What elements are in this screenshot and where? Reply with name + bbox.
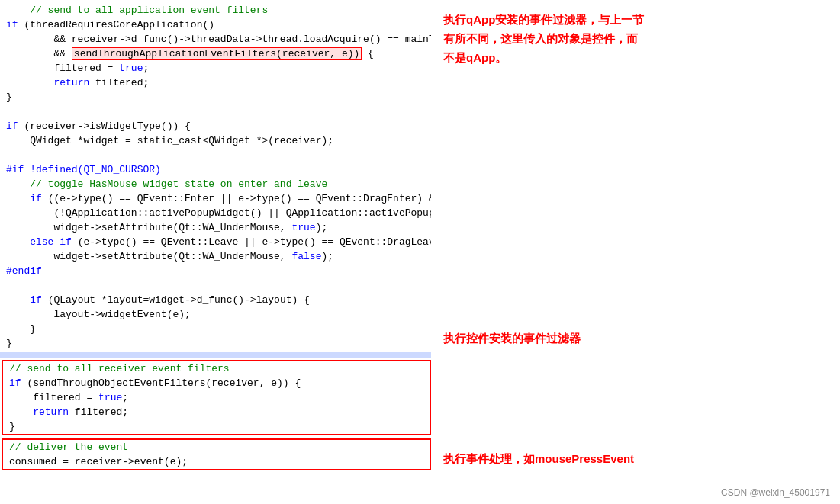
annotation-3-text: 执行事件处理，如mousePressEvent: [443, 452, 634, 465]
code-line-28: filtered = true;: [3, 390, 430, 405]
code-text: }: [9, 419, 15, 434]
code-line-33: consumed = receiver->event(e);: [3, 454, 430, 469]
code-line-18: widget->setAttribute(Qt::WA_UnderMouse, …: [0, 249, 435, 264]
code-line-32: // deliver the event: [3, 440, 430, 454]
code-text: // deliver the event: [9, 440, 128, 454]
code-text: }: [6, 322, 36, 336]
code-line-16: widget->setAttribute(Qt::WA_UnderMouse, …: [0, 220, 435, 235]
annotation-1: 执行qApp安装的事件过滤器，与上一节有所不同，这里传入的对象是控件，而不是qA…: [443, 11, 817, 67]
code-text: && receiver->d_func()->threadData->threa…: [6, 32, 435, 47]
event-filter-box: // send to all receiver event filters if…: [2, 360, 432, 435]
code-text: }: [6, 336, 12, 351]
code-text: // send to all receiver event filters: [9, 361, 230, 376]
code-text: // toggle HasMouse widget state on enter…: [6, 177, 327, 191]
code-text: if (receiver->isWidgetType()) {: [6, 119, 191, 133]
code-text: consumed = receiver->event(e);: [9, 454, 188, 469]
code-line-22: layout->widgetEvent(e);: [0, 307, 435, 322]
code-line-30: }: [3, 419, 430, 434]
code-text: return filtered;: [9, 405, 128, 419]
code-text: #endif: [6, 264, 42, 278]
code-line-29: return filtered;: [3, 405, 430, 419]
code-line-4: && sendThroughApplicationEventFilters(re…: [0, 47, 435, 61]
code-text: layout->widgetEvent(e);: [6, 307, 191, 322]
code-text: widget->setAttribute(Qt::WA_UnderMouse, …: [6, 220, 327, 235]
code-line-26: // send to all receiver event filters: [3, 361, 430, 376]
separator-bar: [0, 352, 435, 358]
code-text: QWidget *widget = static_cast<QWidget *>…: [6, 133, 333, 148]
code-line-24: }: [0, 336, 435, 351]
code-line-23: }: [0, 322, 435, 336]
code-line-12: #if !defined(QT_NO_CURSOR): [0, 162, 435, 177]
code-line-17: else if (e->type() == QEvent::Leave || e…: [0, 235, 435, 249]
code-text: if (QLayout *layout=widget->d_func()->la…: [6, 293, 310, 307]
code-line-3: && receiver->d_func()->threadData->threa…: [0, 32, 435, 47]
code-text: }: [6, 90, 12, 104]
code-line-21: if (QLayout *layout=widget->d_func()->la…: [0, 293, 435, 307]
code-line-14: if ((e->type() == QEvent::Enter || e->ty…: [0, 191, 435, 206]
code-line-6: return filtered;: [0, 75, 435, 90]
code-line-empty1: [0, 104, 435, 119]
code-text: if (sendThroughObjectEventFilters(receiv…: [9, 376, 301, 390]
code-line-7: }: [0, 90, 435, 104]
code-line-empty3: [0, 278, 435, 293]
code-line-empty2: [0, 148, 435, 162]
code-text: // send to all application event filters: [6, 3, 268, 18]
code-text: widget->setAttribute(Qt::WA_UnderMouse, …: [6, 249, 333, 264]
code-text: filtered = true;: [9, 390, 128, 405]
main-container: // send to all application event filters…: [0, 0, 840, 504]
code-line-1: // send to all application event filters: [0, 3, 435, 18]
watermark-text: CSDN @weixin_45001971: [721, 487, 830, 498]
code-text: else if (e->type() == QEvent::Leave || e…: [6, 235, 435, 249]
code-line-5: filtered = true;: [0, 61, 435, 75]
annotation-2-text: 执行控件安装的事件过滤器: [443, 332, 581, 345]
code-line-9: if (receiver->isWidgetType()) {: [0, 119, 435, 133]
annotation-panel: 执行qApp安装的事件过滤器，与上一节有所不同，这里传入的对象是控件，而不是qA…: [431, 0, 836, 504]
code-text: if ((e->type() == QEvent::Enter || e->ty…: [6, 191, 435, 206]
code-line-27: if (sendThroughObjectEventFilters(receiv…: [3, 376, 430, 390]
code-line-10: QWidget *widget = static_cast<QWidget *>…: [0, 133, 435, 148]
code-line-13: // toggle HasMouse widget state on enter…: [0, 177, 435, 191]
code-text: #if !defined(QT_NO_CURSOR): [6, 162, 161, 177]
csdn-watermark: CSDN @weixin_45001971: [721, 487, 830, 498]
annotation-3: 执行事件处理，如mousePressEvent: [443, 450, 817, 469]
code-line-19: #endif: [0, 264, 435, 278]
code-text: if (threadRequiresCoreApplication(): [6, 18, 214, 32]
code-text: && sendThroughApplicationEventFilters(re…: [6, 47, 374, 61]
code-text: (!QApplication::activePopupWidget() || Q…: [6, 206, 435, 220]
code-text: return filtered;: [6, 75, 149, 90]
code-panel[interactable]: // send to all application event filters…: [0, 0, 435, 504]
code-text: filtered = true;: [6, 61, 149, 75]
annotation-1-text: 执行qApp安装的事件过滤器，与上一节有所不同，这里传入的对象是控件，而不是qA…: [443, 13, 644, 64]
deliver-event-box: // deliver the event consumed = receiver…: [2, 438, 432, 470]
code-line-15: (!QApplication::activePopupWidget() || Q…: [0, 206, 435, 220]
annotation-2: 执行控件安装的事件过滤器: [443, 329, 817, 348]
code-line-2: if (threadRequiresCoreApplication(): [0, 18, 435, 32]
